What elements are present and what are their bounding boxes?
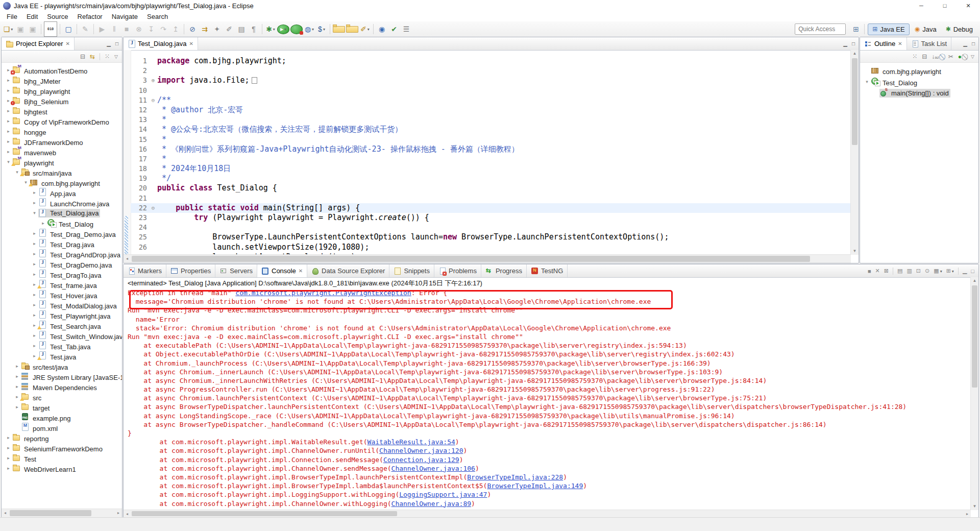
- tab-progress[interactable]: Progress: [481, 264, 527, 277]
- show-paragraph-icon[interactable]: ¶: [248, 23, 259, 35]
- tree-item[interactable]: ▸Test_Hover.java: [2, 289, 122, 300]
- close-tab-icon[interactable]: ✕: [65, 41, 69, 46]
- code-line[interactable]: 3⊕import java.io.File;: [131, 76, 851, 85]
- tree-item[interactable]: ▸JDFrameworkDemo: [2, 136, 122, 147]
- tree-item[interactable]: ▸hongge: [2, 126, 122, 136]
- maximize-view-icon[interactable]: □: [971, 268, 974, 274]
- tree-item[interactable]: com.bjhg.playwright: [860, 65, 978, 76]
- editor-vscrollbar[interactable]: ▲ ▼: [850, 50, 859, 255]
- tree-item[interactable]: ▸bjhgtest: [2, 106, 122, 116]
- tree-item[interactable]: ▸SeleniumFrameworkDemo: [2, 443, 122, 453]
- tree-item[interactable]: ▸Test_DragTo.java: [2, 269, 122, 279]
- tree-item[interactable]: ▸Test_Playwright.java: [2, 310, 122, 320]
- perspective-java[interactable]: ◉Java: [911, 24, 941, 35]
- coverage-icon[interactable]: [290, 25, 303, 34]
- resume-icon[interactable]: ▶: [96, 23, 108, 35]
- step-filters-icon[interactable]: ⇉: [199, 23, 210, 35]
- suspend-icon[interactable]: ‖: [109, 23, 120, 35]
- close-window-button[interactable]: ✕: [957, 0, 980, 11]
- console-link[interactable]: WaitableResult.java:54: [368, 438, 455, 446]
- skip-breakpoints-icon[interactable]: ⊘: [187, 23, 198, 35]
- maximize-view-icon[interactable]: □: [972, 41, 975, 46]
- code-editor[interactable]: 1package com.bjhg.playwright;23⊕import j…: [131, 50, 851, 255]
- tree-item[interactable]: ▸Test_DragAndDrop.java: [2, 249, 122, 259]
- tree-item[interactable]: ▾src/main/java: [2, 167, 122, 177]
- breakpoint-view-icon[interactable]: ✦: [211, 23, 223, 35]
- tree-item[interactable]: ▸Test_frame.java: [2, 279, 122, 289]
- open-console-icon[interactable]: ⊞: [946, 268, 954, 274]
- tree-item[interactable]: ▸WebDriverLearn1: [2, 463, 122, 473]
- view-menu-icon[interactable]: ⁙: [105, 53, 110, 60]
- tree-item[interactable]: ▸bjhg_playwright: [2, 85, 122, 95]
- close-tab-icon[interactable]: ✕: [898, 41, 902, 46]
- tab-servers[interactable]: Servers: [215, 264, 257, 277]
- close-tab-icon[interactable]: ✕: [299, 268, 303, 274]
- tree-item[interactable]: ▸Test: [2, 453, 122, 463]
- hide-static-members-icon[interactable]: ✂: [948, 53, 953, 60]
- collapsed-code-icon[interactable]: [252, 77, 257, 84]
- expand-arrow-icon[interactable]: ▸: [5, 149, 12, 154]
- project-explorer-hscrollbar[interactable]: ◂ ▸: [2, 509, 122, 517]
- console-link[interactable]: BrowserTypeImpl.java:228: [467, 473, 563, 481]
- code-line[interactable]: 13 *: [131, 115, 851, 125]
- remove-launch-icon[interactable]: ✕: [875, 268, 880, 274]
- tree-item[interactable]: ▸Test_ModalDialog.java: [2, 300, 122, 310]
- tab-data-source-explorer[interactable]: Data Source Explorer: [307, 264, 389, 277]
- scroll-lock-icon[interactable]: ▥: [906, 268, 912, 274]
- console-link[interactable]: ChannelOwner.java:106: [391, 465, 475, 472]
- task-view-icon[interactable]: ☰: [401, 23, 412, 35]
- terminate-icon[interactable]: ■: [868, 268, 871, 274]
- code-line[interactable]: 16 * 《刚刚问世》系列初窥篇-Java+Playwright自动化测试-23…: [131, 144, 851, 154]
- code-line[interactable]: 22⊖ public static void main(String[] arg…: [131, 203, 851, 213]
- tree-item[interactable]: ▸M✕AutomationTestDemo: [2, 65, 122, 75]
- expand-arrow-icon[interactable]: ▸: [5, 108, 12, 113]
- focus-icon[interactable]: ⁙: [912, 53, 917, 60]
- tree-item[interactable]: ▸Mmavenweb: [2, 147, 122, 157]
- console-link[interactable]: BrowserTypeImpl.java:149: [487, 482, 583, 490]
- scroll-left-icon[interactable]: ◂: [124, 510, 131, 517]
- pin-console-icon[interactable]: ⊙: [925, 268, 929, 274]
- quick-access-input[interactable]: Quick Access: [795, 23, 846, 35]
- code-line[interactable]: 17 *: [131, 154, 851, 164]
- minimize-editor-icon[interactable]: ▁: [843, 41, 847, 46]
- fold-marker-icon[interactable]: ⊖: [149, 95, 157, 105]
- code-line[interactable]: 14 * @公众号:北京宏哥（微信搜索，关注宏哥，提前解锁更多测试干货）: [131, 125, 851, 134]
- tree-item[interactable]: ▸Maven Dependencies: [2, 381, 122, 392]
- console-link[interactable]: Connection.java:129: [383, 456, 459, 464]
- tree-item[interactable]: ▸bjhg_JMeter: [2, 75, 122, 85]
- close-tab-icon[interactable]: ✕: [189, 41, 193, 46]
- tab-test-dialog-java[interactable]: Test_Dialog.java ✕: [124, 37, 198, 50]
- code-line[interactable]: 10: [131, 86, 851, 95]
- console-link[interactable]: ChannelOwner.java:89: [391, 500, 472, 508]
- code-line[interactable]: 26 launch.setViewportSize(1920,1080);: [131, 243, 851, 252]
- show-whitespace-icon[interactable]: ▤: [236, 23, 247, 35]
- open-archive-folder-icon[interactable]: [346, 26, 358, 33]
- tab-outline[interactable]: Outline ✕: [860, 37, 907, 50]
- editor-hscrollbar[interactable]: ◂: [124, 254, 851, 263]
- code-line[interactable]: 19 */: [131, 174, 851, 183]
- collapse-arrow-icon[interactable]: ▾: [863, 79, 871, 84]
- expand-arrow-icon[interactable]: ▸: [5, 445, 12, 450]
- maximize-view-icon[interactable]: □: [115, 41, 118, 46]
- new-web-service-icon[interactable]: ◍: [304, 23, 315, 35]
- scroll-right-icon[interactable]: ▸: [115, 509, 122, 517]
- expand-arrow-icon[interactable]: ▸: [5, 139, 12, 144]
- expand-arrow-icon[interactable]: ▸: [5, 455, 12, 461]
- tree-item[interactable]: ▾com.bjhg.playwright: [2, 177, 122, 187]
- fold-marker-icon[interactable]: ⊖: [149, 203, 157, 213]
- word-wrap-icon[interactable]: ⊡: [916, 268, 921, 274]
- menu-search[interactable]: Search: [142, 12, 173, 21]
- code-line[interactable]: 18 * 2024年10月18日: [131, 164, 851, 174]
- console-link[interactable]: com.microsoft.playwright.PlaywrightExcep…: [235, 289, 411, 297]
- console-hscrollbar[interactable]: ◂ ▸: [124, 510, 971, 517]
- validate-icon[interactable]: ✔: [388, 23, 400, 35]
- expand-arrow-icon[interactable]: ▸: [13, 364, 21, 369]
- expand-arrow-icon[interactable]: ▸: [5, 88, 12, 93]
- step-return-icon[interactable]: ↥: [170, 23, 181, 35]
- link-with-editor-icon[interactable]: ⇆: [90, 53, 95, 60]
- perspective-java-ee[interactable]: ⊞Java EE: [868, 23, 909, 35]
- expand-arrow-icon[interactable]: ▸: [31, 302, 38, 307]
- code-line[interactable]: 24: [131, 223, 851, 232]
- expand-arrow-icon[interactable]: ▸: [31, 261, 38, 267]
- expand-arrow-icon[interactable]: ▸: [13, 384, 21, 389]
